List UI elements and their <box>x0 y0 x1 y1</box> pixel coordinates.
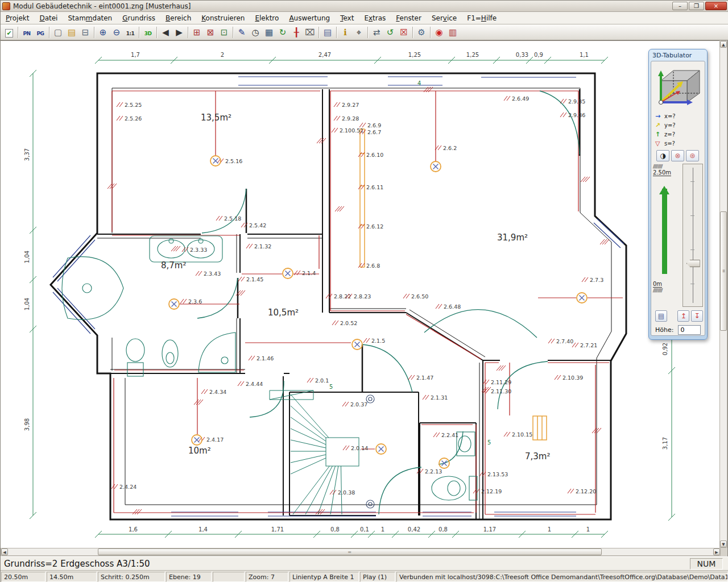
svg-text:2.5.42: 2.5.42 <box>249 222 266 228</box>
svg-text:2.3.6: 2.3.6 <box>188 298 202 305</box>
menu-item-konstruieren[interactable]: Konstruieren <box>196 13 250 23</box>
slider-handle[interactable] <box>686 260 700 267</box>
raise-element-button[interactable]: ↥ <box>677 310 689 322</box>
menu-item-f1-hilfe[interactable]: F1=Hilfe <box>462 13 502 23</box>
project-pg-button[interactable]: PG <box>34 26 47 39</box>
close-button[interactable]: × <box>705 2 727 10</box>
status-bar-primary: Grundriss=2 Erdgeschoss A3/1:50 NUM <box>1 556 728 570</box>
sync-button[interactable]: ↺ <box>383 26 397 39</box>
horizontal-scroll-thumb[interactable]: ≡ <box>98 548 602 555</box>
minimize-button[interactable]: – <box>672 2 688 10</box>
toolbar-separator <box>139 27 139 38</box>
menu-item-elektro[interactable]: Elektro <box>250 13 284 23</box>
height-slider[interactable] <box>682 164 703 307</box>
vertical-scroll-thumb[interactable]: ≡ <box>720 211 727 331</box>
svg-text:0,9: 0,9 <box>534 52 543 58</box>
menu-item-grundriss[interactable]: Grundriss <box>117 13 160 23</box>
maximize-button[interactable]: ❐ <box>689 2 704 10</box>
menu-item-extras[interactable]: Extras <box>359 13 391 23</box>
svg-text:2.6.10: 2.6.10 <box>366 152 383 158</box>
svg-text:2: 2 <box>221 52 224 58</box>
svg-text:2.5.25: 2.5.25 <box>125 102 142 108</box>
wc-toilet <box>432 476 466 500</box>
toolbar-separator <box>18 27 18 38</box>
device-labels: 2.5.252.5.262.9.272.9.282.100.512.6.92.6… <box>111 80 603 496</box>
menu-item-fenster[interactable]: Fenster <box>391 13 427 23</box>
menu-item-text[interactable]: Text <box>335 13 359 23</box>
svg-text:1: 1 <box>381 526 384 533</box>
height-input[interactable] <box>678 325 701 335</box>
svg-text:2.5.16: 2.5.16 <box>225 158 242 164</box>
menu-item-datei[interactable]: Datei <box>34 13 63 23</box>
shower <box>198 332 235 372</box>
scroll-down-arrow[interactable]: ▼ <box>720 541 727 547</box>
tools-wrench-button[interactable]: ⚙ <box>415 26 428 39</box>
lower-element-button[interactable]: ↧ <box>691 310 703 322</box>
menu-item-projekt[interactable]: Projekt <box>1 13 34 23</box>
svg-text:1,25: 1,25 <box>466 52 479 58</box>
layer-delete-button[interactable]: ⊠ <box>204 26 217 39</box>
svg-text:3,98: 3,98 <box>24 418 30 431</box>
svg-text:10m²: 10m² <box>188 446 211 456</box>
timer-button[interactable]: ◷ <box>249 26 262 39</box>
zoom-out-button[interactable]: ⊖ <box>110 26 123 39</box>
svg-text:2.4.34: 2.4.34 <box>209 389 226 395</box>
power-button[interactable]: ◉ <box>432 26 446 39</box>
form-editor-button[interactable]: ▤ <box>321 26 334 39</box>
project-pn-button[interactable]: PN <box>20 26 34 39</box>
layer-move-button[interactable]: ⊡ <box>217 26 231 39</box>
zoom-one-to-one-button[interactable]: 1:1 <box>123 26 137 39</box>
status-cell-6: Linientyp A Breite 1 <box>289 572 359 582</box>
hide-elements-button[interactable]: ⊗ <box>671 150 684 161</box>
draw-pen-button[interactable]: ✎ <box>235 26 249 39</box>
forward-button[interactable]: ▶ <box>172 26 186 39</box>
confirm-settings-button[interactable]: ✔ <box>2 26 16 39</box>
svg-text:2.5.26: 2.5.26 <box>125 115 142 122</box>
layer-insert-button[interactable]: ⊞ <box>190 26 204 39</box>
menu-item-auswertung[interactable]: Auswertung <box>284 13 335 23</box>
assign-connection-button[interactable]: ⇄ <box>370 26 383 39</box>
svg-text:2.1.47: 2.1.47 <box>416 375 433 381</box>
svg-text:10,5m²: 10,5m² <box>268 307 299 318</box>
delete-trash-button[interactable]: ⌧ <box>303 26 317 39</box>
status-cell-3: Ebene: 19 <box>166 572 212 582</box>
calculator-button[interactable]: ▦ <box>262 26 276 39</box>
new-file-button[interactable]: ▢ <box>51 26 65 39</box>
toilet <box>126 339 144 361</box>
manual-book-button[interactable]: ▥ <box>446 26 460 39</box>
svg-text:0,8: 0,8 <box>439 526 448 533</box>
scroll-up-arrow[interactable]: ▲ <box>720 41 727 48</box>
open-file-button[interactable]: ▤ <box>65 26 78 39</box>
svg-text:7,3m²: 7,3m² <box>525 451 550 462</box>
measure-button[interactable]: ╂ <box>289 26 303 39</box>
scroll-left-arrow[interactable]: ◀ <box>1 548 8 555</box>
scroll-right-arrow[interactable]: ▶ <box>713 548 720 555</box>
washbasin-left <box>158 240 185 258</box>
view-mode-button[interactable]: ◑ <box>656 150 669 161</box>
toolbar-separator <box>367 27 368 38</box>
menu-item-stammdaten[interactable]: Stammdaten <box>63 13 117 23</box>
info-person-button[interactable]: ℹ <box>338 26 352 39</box>
floor-plan-canvas[interactable]: 1,722,471,251,250,330,91,11,61,41,710,80… <box>1 40 721 548</box>
svg-text:2.6.12: 2.6.12 <box>366 223 383 230</box>
print-button[interactable]: ⊟ <box>78 26 92 39</box>
svg-text:2.5.18: 2.5.18 <box>224 215 241 222</box>
properties-button[interactable]: ▤ <box>655 310 667 322</box>
svg-text:0,33: 0,33 <box>516 52 528 58</box>
hide-symbols-button[interactable]: ⊛ <box>686 150 699 161</box>
menu-item-bereich[interactable]: Bereich <box>160 13 196 23</box>
search-binoculars-button[interactable]: ⌖ <box>352 26 366 39</box>
svg-text:3,17: 3,17 <box>662 437 668 450</box>
horizontal-scrollbar[interactable]: ◀ ≡ ▶ <box>1 548 721 556</box>
svg-text:2.3.33: 2.3.33 <box>190 247 207 253</box>
disconnect-button[interactable]: ☒ <box>397 26 411 39</box>
back-button[interactable]: ◀ <box>159 26 172 39</box>
zoom-in-button[interactable]: ⊕ <box>96 26 110 39</box>
menu-item-service[interactable]: Service <box>427 13 462 23</box>
refresh-button[interactable]: ↻ <box>276 26 289 39</box>
3d-tabulator-panel[interactable]: 3D-Tabulator <box>648 49 708 340</box>
three-d-button[interactable]: 3D <box>141 26 155 39</box>
menu-bar: ProjektDateiStammdatenGrundrissBereichKo… <box>1 12 728 24</box>
title-bar[interactable]: Modul Gebäudetechnik - eint0001.zng [Mus… <box>1 1 728 12</box>
vertical-scrollbar[interactable]: ▲ ≡ ▼ <box>719 40 727 548</box>
